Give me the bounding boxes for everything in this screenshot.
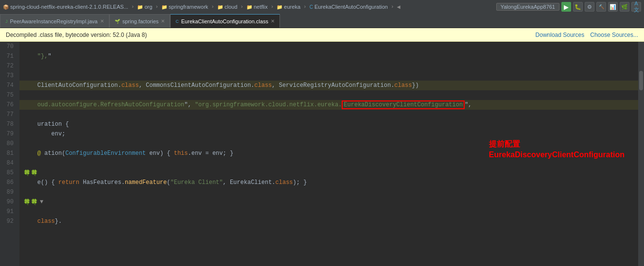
breadcrumb-sep-4: › bbox=[240, 4, 244, 10]
git-button[interactable]: 🌿 bbox=[620, 2, 629, 12]
breadcrumb-nav-back[interactable]: ◀ bbox=[397, 3, 400, 11]
line-85: 85 bbox=[0, 168, 17, 178]
coverage-button[interactable]: ⚙ bbox=[585, 2, 594, 12]
code-line-77 bbox=[19, 110, 644, 119]
close-tab-peer[interactable]: ✕ bbox=[100, 18, 104, 24]
line-86: 86 bbox=[0, 178, 17, 187]
code-line-74: ClientAutoConfiguration.class, CommonsCl… bbox=[19, 81, 644, 90]
line-89: 89 bbox=[0, 187, 17, 197]
code-line-85: 🍀🍀 bbox=[19, 168, 644, 178]
run-button[interactable]: ▶ bbox=[561, 2, 571, 12]
line-73: 73 bbox=[0, 71, 17, 81]
breadcrumb-eureka[interactable]: 📁 eureka bbox=[277, 4, 300, 10]
line-71: 71 bbox=[0, 51, 17, 61]
app-dropdown[interactable]: YalongEurekaApp8761 bbox=[496, 3, 559, 11]
code-line-76: oud.autoconfigure.RefreshAutoConfigurati… bbox=[19, 100, 644, 110]
build-button[interactable]: 🔨 bbox=[596, 2, 606, 12]
tabs-bar: J PeerAwareInstanceRegistryImpl.java ✕ 🌱… bbox=[0, 14, 644, 28]
java-icon: J bbox=[5, 19, 8, 24]
code-line-92: class}. bbox=[19, 216, 644, 226]
breadcrumb-sep-6: › bbox=[303, 4, 307, 10]
choose-sources-link[interactable]: Choose Sources... bbox=[590, 32, 638, 38]
class-icon: C bbox=[175, 19, 179, 24]
line-70: 70 bbox=[0, 42, 17, 51]
line-81: 81 bbox=[0, 149, 17, 158]
line-72: 72 bbox=[0, 61, 17, 71]
annotation-class: EurekaDiscoveryClientConfiguration bbox=[489, 150, 625, 160]
breadcrumb-org[interactable]: 📁 org bbox=[137, 4, 152, 10]
code-line-70 bbox=[19, 42, 644, 51]
line-90: 90 bbox=[0, 197, 17, 207]
breadcrumb-sep-7: › bbox=[391, 4, 394, 10]
notice-bar: Decompiled .class file, bytecode version… bbox=[0, 28, 644, 42]
red-box-eureka-discovery: EurekaDiscoveryClientConfiguration bbox=[342, 100, 465, 109]
editor-area: 70 71 72 73 74 75 76 77 78 79 80 81 84 8… bbox=[0, 42, 644, 266]
code-line-90: 🍀🍀 ▼ bbox=[19, 197, 644, 207]
code-line-79: env; bbox=[19, 129, 644, 139]
tab-spring-factories[interactable]: 🌱 spring.factories ✕ bbox=[109, 14, 171, 28]
breadcrumb-netflix[interactable]: 📁 netflix bbox=[246, 4, 268, 10]
code-line-71: "}," bbox=[19, 51, 644, 61]
scrollbar-thumb[interactable] bbox=[639, 71, 643, 90]
breadcrumb-sep-3: › bbox=[211, 4, 214, 10]
code-line-89 bbox=[19, 187, 644, 197]
top-bar-right: YalongEurekaApp8761 ▶ 🐛 ⚙ 🔨 📊 🌿 A文 bbox=[496, 2, 641, 12]
tab-peer-aware[interactable]: J PeerAwareInstanceRegistryImpl.java ✕ bbox=[0, 14, 109, 28]
line-84: 84 bbox=[0, 158, 17, 168]
factories-icon: 🌱 bbox=[115, 19, 120, 24]
line-77: 77 bbox=[0, 110, 17, 119]
download-sources-link[interactable]: Download Sources bbox=[536, 32, 585, 38]
close-tab-factories[interactable]: ✕ bbox=[161, 18, 165, 24]
line-76: 76 bbox=[0, 100, 17, 110]
breadcrumb-jar[interactable]: 📦 spring-cloud-netflix-eureka-client-2.1… bbox=[3, 4, 128, 10]
gutter-icon-85: 🍀🍀 bbox=[23, 169, 38, 177]
line-75: 75 bbox=[0, 90, 17, 100]
notice-links: Download Sources Choose Sources... bbox=[536, 32, 638, 38]
translate-button[interactable]: A文 bbox=[631, 2, 641, 12]
line-78: 78 bbox=[0, 119, 17, 129]
code-line-73 bbox=[19, 71, 644, 81]
notice-text: Decompiled .class file, bytecode version… bbox=[6, 32, 147, 38]
breadcrumb-cloud[interactable]: 📁 cloud bbox=[217, 4, 237, 10]
top-bar: 📦 spring-cloud-netflix-eureka-client-2.1… bbox=[0, 0, 644, 14]
code-line-72 bbox=[19, 61, 644, 71]
annotation-title: 提前配置 bbox=[489, 139, 625, 150]
code-line-86: e() { return HasFeatures.namedFeature("E… bbox=[19, 178, 644, 187]
breadcrumb-sep-2: › bbox=[155, 4, 158, 10]
tab-eureka-auto-config[interactable]: C EurekaClientAutoConfiguration.class ✕ bbox=[170, 14, 280, 28]
line-numbers: 70 71 72 73 74 75 76 77 78 79 80 81 84 8… bbox=[0, 42, 19, 266]
line-79: 79 bbox=[0, 129, 17, 139]
gutter-icon-90: 🍀🍀 bbox=[23, 199, 38, 206]
code-line-78: uration { bbox=[19, 119, 644, 129]
close-tab-class[interactable]: ✕ bbox=[271, 18, 275, 24]
debug-button[interactable]: 🐛 bbox=[573, 2, 583, 12]
annotation-popup: 提前配置 EurekaDiscoveryClientConfiguration bbox=[489, 139, 625, 161]
profile-button[interactable]: 📊 bbox=[608, 2, 618, 12]
vertical-scrollbar[interactable] bbox=[638, 42, 644, 266]
breadcrumb-sep-5: › bbox=[271, 4, 274, 10]
line-80: 80 bbox=[0, 139, 17, 149]
line-91: 91 bbox=[0, 207, 17, 216]
line-92: 92 bbox=[0, 216, 17, 226]
breadcrumb-class[interactable]: C EurekaClientAutoConfiguration bbox=[310, 4, 388, 10]
breadcrumb-springframework[interactable]: 📁 springframework bbox=[161, 4, 208, 10]
code-line-91 bbox=[19, 207, 644, 216]
code-area[interactable]: "}," ClientAutoConfiguration.class, Comm… bbox=[19, 42, 644, 266]
code-line-75 bbox=[19, 90, 644, 100]
line-74: 74 bbox=[0, 81, 17, 90]
breadcrumb-sep-1: › bbox=[131, 4, 135, 10]
